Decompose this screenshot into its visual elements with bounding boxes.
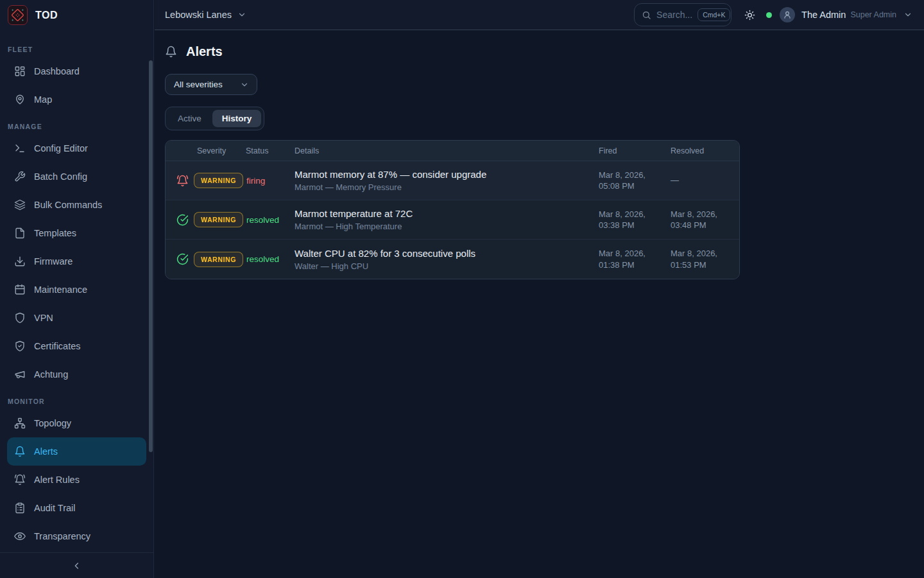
eye-icon [14,530,26,542]
shield-check-icon [14,340,26,352]
sidebar-item-label: Map [34,94,52,105]
sidebar-item-label: Firmware [34,256,73,267]
sidebar-item-achtung[interactable]: Achtung [7,360,146,389]
sidebar-item-label: Alert Rules [34,475,80,485]
resolved-timestamp: Mar 8, 2026, 03:48 PM [667,209,739,231]
sidebar-item-batch-config[interactable]: Batch Config [7,162,146,191]
bell-icon [14,446,26,457]
calendar-icon [14,284,26,295]
sidebar-item-bulk-commands[interactable]: Bulk Commands [7,191,146,219]
sidebar-item-label: Maintenance [34,285,87,295]
resolved-timestamp: — [667,175,739,186]
shield-icon [14,312,26,324]
sidebar-item-templates[interactable]: Templates [7,219,146,247]
sidebar-item-dashboard[interactable]: Dashboard [7,57,146,85]
bell-ring-icon [14,474,26,486]
sidebar-collapse-button[interactable] [0,552,153,578]
sidebar: TOD FLEET Dashboard Map MANAGE Config Ed… [0,0,154,578]
alerts-page: Alerts All severities Active History Sev… [155,31,924,578]
download-icon [14,256,26,267]
sidebar-item-label: Achtung [34,369,68,380]
table-row[interactable]: WARNING resolved Walter CPU at 82% for 3… [166,240,739,279]
page-header: Alerts [165,44,924,59]
user-avatar[interactable] [780,7,795,22]
alert-title: Walter CPU at 82% for 3 consecutive poll… [295,248,595,259]
sidebar-item-certificates[interactable]: Certificates [7,332,146,360]
fired-timestamp: Mar 8, 2026, 05:08 PM [595,170,667,191]
alerts-history-table: Severity Status Details Fired Resolved W… [165,140,740,279]
resolved-timestamp: Mar 8, 2026, 01:53 PM [667,248,739,270]
tab-history[interactable]: History [212,110,262,127]
fired-timestamp: Mar 8, 2026, 03:38 PM [595,209,667,231]
sidebar-item-topology[interactable]: Topology [7,409,146,437]
section-label-monitor: MONITOR [8,398,146,405]
search-input[interactable]: Search... Cmd+K [634,3,732,26]
theme-toggle-sun-icon[interactable] [744,10,755,21]
col-header-fired: Fired [595,146,667,155]
brand-name: TOD [35,10,58,21]
topbar-right: Search... Cmd+K The Admin Super Admin [634,3,912,26]
alert-subtitle: Marmot — Memory Pressure [295,182,595,192]
sidebar-item-vpn[interactable]: VPN [7,304,146,332]
sidebar-item-alert-rules[interactable]: Alert Rules [7,466,146,494]
dashboard-icon [14,66,26,77]
status-text: firing [243,176,291,186]
severity-filter-select[interactable]: All severities [165,74,257,95]
alerts-bell-icon [165,46,177,58]
topbar: Lebowski Lanes Search... Cmd+K The Admin… [155,0,924,30]
sidebar-item-maintenance[interactable]: Maintenance [7,276,146,304]
sidebar-item-label: Transparency [34,531,90,541]
terminal-icon [14,143,26,154]
status-text: resolved [243,215,291,225]
sidebar-item-transparency[interactable]: Transparency [7,522,146,550]
page-title: Alerts [186,44,223,59]
sidebar-item-label: Templates [34,228,76,238]
org-switcher[interactable]: Lebowski Lanes [165,10,246,20]
sidebar-item-label: Batch Config [34,171,87,182]
connection-status-dot [766,12,772,18]
sidebar-item-label: Bulk Commands [34,200,102,210]
alerts-tab-group: Active History [165,107,264,130]
table-header-row: Severity Status Details Fired Resolved [166,141,739,161]
sidebar-item-config-editor[interactable]: Config Editor [7,134,146,162]
tab-active[interactable]: Active [168,110,211,127]
brand: TOD [0,0,153,30]
check-circle-icon [166,253,194,265]
file-icon [14,227,26,239]
wrench-icon [14,171,26,182]
layers-icon [14,199,26,211]
megaphone-icon [14,369,26,380]
severity-filter-value: All severities [174,80,223,89]
sidebar-item-label: Audit Trail [34,503,75,513]
check-circle-icon [166,214,194,226]
sidebar-item-audit-trail[interactable]: Audit Trail [7,494,146,522]
status-text: resolved [243,254,291,264]
user-menu-chevron-icon[interactable] [903,10,912,19]
sidebar-item-alerts[interactable]: Alerts [7,437,146,466]
col-header-details: Details [291,146,595,155]
org-name: Lebowski Lanes [165,10,232,20]
col-header-status: Status [243,146,291,155]
table-row[interactable]: WARNING resolved Marmot temperature at 7… [166,200,739,240]
sidebar-item-map[interactable]: Map [7,85,146,114]
user-role-badge: Super Admin [850,10,896,19]
severity-badge: WARNING [194,212,243,227]
sidebar-item-label: Dashboard [34,66,80,76]
section-label-fleet: FLEET [8,46,146,53]
section-label-manage: MANAGE [8,123,146,130]
user-name: The Admin [801,10,846,20]
sidebar-item-label: Certificates [34,341,81,351]
col-header-severity: Severity [194,146,243,155]
search-placeholder: Search... [656,10,692,20]
sidebar-nav: FLEET Dashboard Map MANAGE Config Editor [0,30,153,552]
clipboard-icon [14,502,26,514]
sidebar-scrollbar[interactable] [149,60,153,452]
col-header-resolved: Resolved [667,146,739,155]
sidebar-item-firmware[interactable]: Firmware [7,247,146,276]
search-shortcut-hint: Cmd+K [697,8,730,21]
table-row[interactable]: WARNING firing Marmot memory at 87% — co… [166,161,739,200]
sidebar-item-label: Alerts [34,446,58,457]
chevron-down-icon [237,10,246,19]
sidebar-item-label: Config Editor [34,143,88,153]
alert-details: Walter CPU at 82% for 3 consecutive poll… [291,248,595,271]
